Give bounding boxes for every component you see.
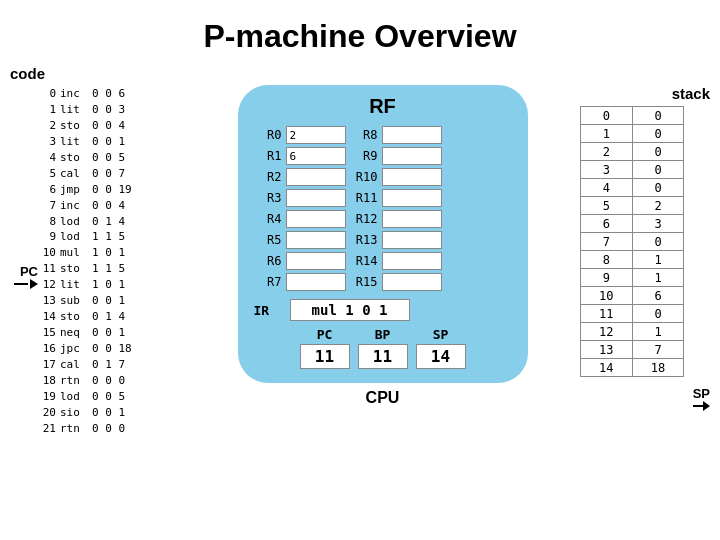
code-row: 0inc0 0 6 [38, 86, 152, 102]
pc-arrow-col: PC [10, 86, 38, 289]
code-instr: lit [60, 102, 88, 118]
stack-value: 0 [632, 233, 684, 251]
stack-row: 20 [581, 143, 684, 161]
stack-row: 10 [581, 125, 684, 143]
code-instr: mul [60, 245, 88, 261]
code-instr: sto [60, 309, 88, 325]
stack-row: 137 [581, 341, 684, 359]
rf-reg-pair-value [382, 168, 442, 186]
code-table: 0inc0 0 61lit0 0 32sto0 0 43lit0 0 14sto… [38, 86, 152, 437]
code-instr: rtn [60, 421, 88, 437]
stack-index: 7 [581, 233, 633, 251]
pc-cell: PC 11 [300, 327, 350, 369]
code-args: 1 1 5 [92, 229, 152, 245]
code-row: 14sto0 1 4 [38, 309, 152, 325]
ir-value: mul 1 0 1 [290, 299, 410, 321]
code-args: 0 0 7 [92, 166, 152, 182]
stack-value: 0 [632, 179, 684, 197]
code-linenum: 18 [38, 373, 56, 389]
pc-reg-label: PC [317, 327, 333, 342]
bp-reg-label: BP [375, 327, 391, 342]
rf-reg-value [286, 210, 346, 228]
code-linenum: 1 [38, 102, 56, 118]
stack-index: 8 [581, 251, 633, 269]
code-instr: inc [60, 86, 88, 102]
code-row: 6jmp0 0 19 [38, 182, 152, 198]
pc-label: PC [20, 264, 38, 279]
rf-grid: R02R8R16R9R2R10R3R11R4R12R5R13R6R14R7R15 [254, 126, 512, 291]
code-args: 0 1 4 [92, 214, 152, 230]
rf-reg-label: R6 [254, 252, 282, 270]
code-args: 0 0 4 [92, 118, 152, 134]
stack-row: 121 [581, 323, 684, 341]
code-row: 7inc0 0 4 [38, 198, 152, 214]
stack-row: 30 [581, 161, 684, 179]
code-linenum: 2 [38, 118, 56, 134]
code-instr: sto [60, 118, 88, 134]
stack-row: 40 [581, 179, 684, 197]
rf-reg-pair-value [382, 252, 442, 270]
code-row: 17cal0 1 7 [38, 357, 152, 373]
code-instr: inc [60, 198, 88, 214]
stack-row: 70 [581, 233, 684, 251]
code-row: 1lit0 0 3 [38, 102, 152, 118]
pcbpsp-row: PC 11 BP 11 SP 14 [254, 327, 512, 369]
stack-index: 2 [581, 143, 633, 161]
cpu-section: RF R02R8R16R9R2R10R3R11R4R12R5R13R6R14R7… [193, 85, 572, 407]
sp-reg-label: SP [433, 327, 449, 342]
code-linenum: 15 [38, 325, 56, 341]
code-linenum: 3 [38, 134, 56, 150]
code-args: 0 0 0 [92, 421, 152, 437]
stack-index: 5 [581, 197, 633, 215]
rf-reg-label: R2 [254, 168, 282, 186]
sp-reg-value: 14 [416, 344, 466, 369]
code-instr: jmp [60, 182, 88, 198]
code-instr: lod [60, 214, 88, 230]
rf-reg-label: R3 [254, 189, 282, 207]
code-row: 3lit0 0 1 [38, 134, 152, 150]
code-instr: jpc [60, 341, 88, 357]
code-args: 0 0 5 [92, 389, 152, 405]
code-args: 1 0 1 [92, 277, 152, 293]
stack-value: 0 [632, 305, 684, 323]
stack-value: 6 [632, 287, 684, 305]
sp-cell: SP 14 [416, 327, 466, 369]
bp-cell: BP 11 [358, 327, 408, 369]
code-row: 10mul1 0 1 [38, 245, 152, 261]
rf-reg-value: 6 [286, 147, 346, 165]
rf-reg-pair-label: R10 [350, 168, 378, 186]
rf-reg-value [286, 168, 346, 186]
code-row: 9lod1 1 5 [38, 229, 152, 245]
stack-row: 106 [581, 287, 684, 305]
code-row: 16jpc0 0 18 [38, 341, 152, 357]
code-args: 0 0 5 [92, 150, 152, 166]
stack-value: 0 [632, 125, 684, 143]
code-instr: lod [60, 229, 88, 245]
stack-index: 14 [581, 359, 633, 377]
stack-value: 2 [632, 197, 684, 215]
sp-arrow-col: SP [684, 106, 710, 411]
stack-row: 91 [581, 269, 684, 287]
code-section: code PC 0inc0 0 61lit0 0 32sto0 0 43lit0… [10, 65, 185, 437]
stack-index: 0 [581, 107, 633, 125]
stack-index: 11 [581, 305, 633, 323]
code-args: 0 1 4 [92, 309, 152, 325]
stack-index: 12 [581, 323, 633, 341]
code-linenum: 4 [38, 150, 56, 166]
rf-title: RF [254, 95, 512, 118]
stack-index: 3 [581, 161, 633, 179]
stack-value: 1 [632, 269, 684, 287]
rf-reg-pair-label: R14 [350, 252, 378, 270]
stack-row: 1418 [581, 359, 684, 377]
code-row: 18rtn0 0 0 [38, 373, 152, 389]
rf-reg-pair-label: R11 [350, 189, 378, 207]
code-row: 2sto0 0 4 [38, 118, 152, 134]
code-linenum: 20 [38, 405, 56, 421]
pc-arrow-icon [14, 279, 38, 289]
rf-reg-label: R1 [254, 147, 282, 165]
sp-label-text: SP [693, 386, 710, 401]
ir-label: IR [254, 303, 282, 318]
code-args: 0 0 0 [92, 373, 152, 389]
code-row: 8lod0 1 4 [38, 214, 152, 230]
code-linenum: 13 [38, 293, 56, 309]
